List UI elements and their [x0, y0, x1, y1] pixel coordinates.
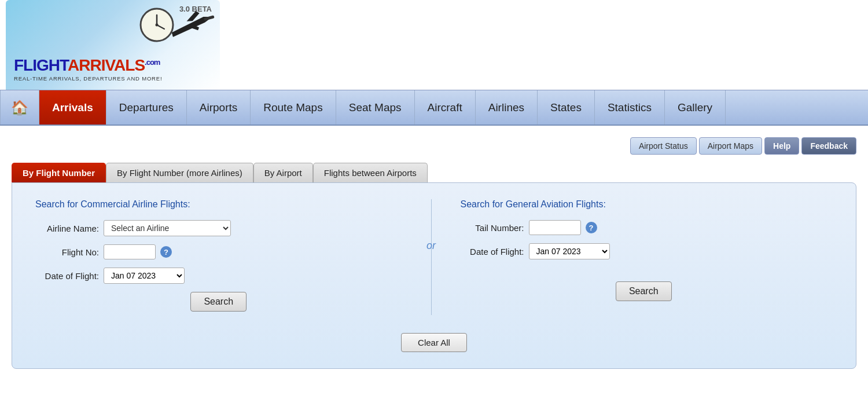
nav-aircraft[interactable]: Aircraft	[415, 90, 476, 125]
airline-select[interactable]: Select an Airline American Airlines Delt…	[104, 220, 231, 236]
flight-no-row: Flight No: ?	[35, 244, 402, 259]
commercial-date-row: Date of Flight: Jan 07 2023 Jan 06 2023 …	[35, 268, 402, 284]
general-aviation-col: Search for General Aviation Flights: Tai…	[449, 199, 839, 301]
or-label: or	[426, 240, 436, 252]
nav-states[interactable]: States	[538, 90, 595, 125]
tab-by-flight-number-more[interactable]: By Flight Number (more Airlines)	[106, 163, 253, 182]
nav-route-maps[interactable]: Route Maps	[251, 90, 336, 125]
clear-all-row: Clear All	[30, 333, 838, 352]
logo-area: 3.0 BETA FLIGHTARRIVALS.com REAL-TIME AR…	[6, 0, 220, 90]
search-columns: Search for Commercial Airline Flights: A…	[30, 199, 838, 327]
clear-all-button[interactable]: Clear All	[401, 333, 467, 352]
top-actions: Airport Status Airport Maps Help Feedbac…	[12, 137, 856, 155]
content: Airport Status Airport Maps Help Feedbac…	[0, 126, 868, 380]
tail-number-label: Tail Number:	[461, 223, 524, 233]
airline-name-label: Airline Name:	[35, 224, 99, 233]
divider-col: or	[414, 199, 449, 327]
svg-point-3	[156, 24, 159, 27]
brand-dotcom: .com	[145, 58, 160, 67]
airport-maps-button[interactable]: Airport Maps	[699, 137, 762, 155]
svg-rect-7	[204, 15, 215, 20]
nav-departures[interactable]: Departures	[106, 90, 187, 125]
tagline: REAL-TIME ARRIVALS, DEPARTURES AND MORE!	[14, 75, 162, 82]
commercial-search-btn-row: Search	[35, 292, 402, 312]
nav-gallery[interactable]: Gallery	[665, 90, 726, 125]
nav-airlines[interactable]: Airlines	[476, 90, 538, 125]
home-icon: 🏠	[11, 100, 28, 116]
feedback-button[interactable]: Feedback	[801, 137, 856, 155]
tab-flights-between-airports[interactable]: Flights between Airports	[313, 163, 428, 182]
header: 3.0 BETA FLIGHTARRIVALS.com REAL-TIME AR…	[0, 0, 868, 90]
general-section-title: Search for General Aviation Flights:	[461, 199, 827, 210]
airport-status-button[interactable]: Airport Status	[630, 137, 697, 155]
flight-no-help-icon[interactable]: ?	[160, 246, 172, 258]
commercial-date-label: Date of Flight:	[35, 271, 99, 281]
search-form-box: Search for Commercial Airline Flights: A…	[12, 182, 856, 369]
commercial-search-button[interactable]: Search	[190, 292, 247, 312]
navbar: 🏠 Arrivals Departures Airports Route Map…	[0, 90, 868, 126]
tab-by-airport[interactable]: By Airport	[253, 163, 313, 182]
nav-airports[interactable]: Airports	[187, 90, 251, 125]
search-tabs: By Flight Number By Flight Number (more …	[12, 163, 856, 182]
commercial-search-col: Search for Commercial Airline Flights: A…	[30, 199, 414, 312]
nav-seat-maps[interactable]: Seat Maps	[336, 90, 415, 125]
commercial-section-title: Search for Commercial Airline Flights:	[35, 199, 402, 210]
nav-statistics[interactable]: Statistics	[595, 90, 665, 125]
brand-flight: FLIGHT	[14, 56, 68, 74]
tab-by-flight-number[interactable]: By Flight Number	[12, 163, 106, 182]
nav-arrivals[interactable]: Arrivals	[39, 90, 106, 125]
brand-arrivals: ARRIVALS	[68, 56, 145, 74]
flight-no-input[interactable]	[104, 244, 156, 259]
tail-number-input[interactable]	[529, 220, 581, 235]
flight-no-label: Flight No:	[35, 247, 99, 257]
nav-arrivals-label: Arrivals	[52, 101, 93, 114]
tail-number-row: Tail Number: ?	[461, 220, 827, 235]
general-search-btn-row: Search	[461, 281, 827, 301]
general-search-button[interactable]: Search	[616, 281, 672, 301]
vertical-divider	[431, 199, 432, 315]
logo-brand: FLIGHTARRIVALS.com	[14, 57, 160, 74]
general-date-select[interactable]: Jan 07 2023 Jan 06 2023 Jan 05 2023 Jan …	[529, 243, 610, 259]
nav-home[interactable]: 🏠	[0, 90, 39, 125]
tail-number-help-icon[interactable]: ?	[586, 222, 597, 233]
help-button[interactable]: Help	[764, 137, 799, 155]
commercial-date-select[interactable]: Jan 07 2023 Jan 06 2023 Jan 05 2023 Jan …	[104, 268, 185, 284]
plane-header-icon	[167, 3, 219, 43]
general-date-row: Date of Flight: Jan 07 2023 Jan 06 2023 …	[461, 243, 827, 259]
airline-name-row: Airline Name: Select an Airline American…	[35, 220, 402, 236]
general-date-label: Date of Flight:	[461, 247, 524, 257]
